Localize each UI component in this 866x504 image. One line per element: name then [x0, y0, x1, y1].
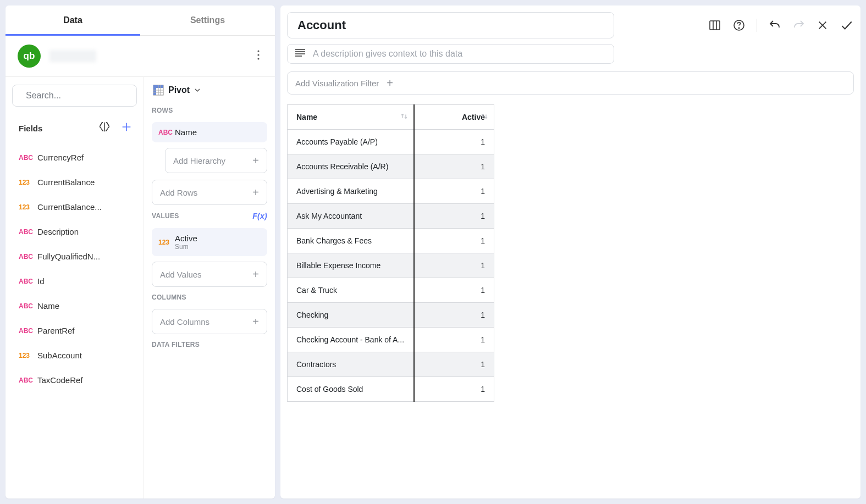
- field-name: FullyQualifiedN...: [37, 252, 100, 261]
- field-name: Name: [37, 301, 59, 311]
- help-button[interactable]: [732, 19, 746, 32]
- add-hierarchy-dropzone[interactable]: Add Hierarchy +: [165, 148, 267, 173]
- row-pill-name[interactable]: ABC Name: [152, 122, 267, 142]
- field-item[interactable]: ABCCurrencyRef: [12, 145, 137, 170]
- section-filters-label: DATA FILTERS: [152, 341, 267, 348]
- table-row[interactable]: Checking Account - Bank of A...1: [288, 328, 494, 352]
- add-columns-dropzone[interactable]: Add Columns +: [152, 309, 267, 334]
- field-name: TaxCodeRef: [37, 375, 83, 385]
- column-header-active[interactable]: Active: [414, 105, 494, 130]
- table-row[interactable]: Accounts Payable (A/P)1: [288, 130, 494, 154]
- field-name: ParentRef: [37, 326, 75, 335]
- field-item[interactable]: ABCParentRef: [12, 318, 137, 343]
- field-item[interactable]: ABCId: [12, 269, 137, 293]
- value-pill-active[interactable]: 123 Active Sum: [152, 228, 267, 256]
- cell-name: Checking Account - Bank of A...: [288, 328, 414, 352]
- sort-icon[interactable]: [400, 113, 408, 122]
- table-row[interactable]: Contractors1: [288, 352, 494, 377]
- description-input[interactable]: [313, 49, 606, 59]
- table-row[interactable]: Ask My Accountant1: [288, 204, 494, 229]
- field-name: SubAccount: [37, 351, 82, 360]
- ai-fields-button[interactable]: [96, 119, 113, 137]
- plus-icon: +: [252, 187, 259, 198]
- column-header-name-label: Name: [296, 113, 317, 121]
- quickbooks-icon: qb: [18, 45, 41, 68]
- close-button[interactable]: [817, 19, 829, 31]
- brain-icon: [98, 121, 111, 133]
- type-badge: ABC: [19, 278, 35, 285]
- viz-type-label: Pivot: [168, 85, 190, 95]
- type-badge: ABC: [19, 376, 35, 384]
- cell-name: Billable Expense Income: [288, 253, 414, 278]
- field-list: ABCCurrencyRef123CurrentBalance123Curren…: [12, 145, 137, 499]
- tab-data[interactable]: Data: [5, 5, 140, 35]
- field-name: CurrentBalance: [37, 178, 95, 187]
- plus-icon: [120, 121, 133, 133]
- table-row[interactable]: Cost of Goods Sold1: [288, 377, 494, 402]
- fx-button[interactable]: F(x): [252, 212, 267, 220]
- search-input[interactable]: [26, 91, 136, 101]
- sort-icon[interactable]: [481, 113, 488, 122]
- cell-active: 1: [414, 328, 494, 352]
- field-name: CurrentBalance...: [37, 202, 102, 212]
- column-header-name[interactable]: Name: [288, 105, 414, 130]
- table-row[interactable]: Advertising & Marketing1: [288, 179, 494, 204]
- section-rows-label: ROWS: [152, 107, 267, 114]
- field-name: CurrencyRef: [37, 153, 84, 162]
- close-icon: [817, 19, 829, 31]
- field-item[interactable]: ABCDescription: [12, 219, 137, 244]
- add-hierarchy-label: Add Hierarchy: [173, 156, 225, 165]
- connector-row: qb: [5, 36, 275, 77]
- table-row[interactable]: Billable Expense Income1: [288, 253, 494, 278]
- search-box[interactable]: [12, 85, 137, 107]
- cell-active: 1: [414, 303, 494, 328]
- cell-name: Contractors: [288, 352, 414, 377]
- toolbar: [708, 18, 854, 32]
- cell-active: 1: [414, 179, 494, 204]
- lines-icon: [295, 49, 305, 57]
- table-row[interactable]: Checking1: [288, 303, 494, 328]
- add-field-button[interactable]: [118, 119, 135, 137]
- add-values-dropzone[interactable]: Add Values +: [152, 262, 267, 287]
- field-item[interactable]: 123SubAccount: [12, 343, 137, 368]
- redo-button[interactable]: [792, 19, 806, 32]
- add-rows-dropzone[interactable]: Add Rows +: [152, 180, 267, 205]
- connector-menu-button[interactable]: [254, 47, 263, 65]
- field-item[interactable]: ABCFullyQualifiedN...: [12, 244, 137, 269]
- field-item[interactable]: ABCTaxCodeRef: [12, 368, 137, 392]
- type-badge: 123: [19, 203, 35, 211]
- columns-button[interactable]: [708, 19, 721, 32]
- pivot-icon: [153, 85, 164, 96]
- plus-icon: +: [252, 155, 259, 166]
- field-item[interactable]: 123CurrentBalance: [12, 170, 137, 195]
- chevron-down-icon: [194, 87, 201, 93]
- toolbar-divider: [757, 19, 757, 32]
- type-badge-123: 123: [158, 239, 175, 246]
- field-item[interactable]: ABCName: [12, 293, 137, 318]
- undo-button[interactable]: [768, 19, 781, 32]
- value-pill-label: Active: [175, 234, 197, 243]
- cell-active: 1: [414, 204, 494, 229]
- cell-active: 1: [414, 278, 494, 303]
- visualization-title[interactable]: Account: [287, 12, 614, 38]
- viz-type-selector[interactable]: Pivot: [152, 85, 267, 96]
- confirm-button[interactable]: [840, 18, 854, 32]
- cell-active: 1: [414, 377, 494, 402]
- help-icon: [732, 19, 746, 32]
- table-row[interactable]: Bank Charges & Fees1: [288, 229, 494, 253]
- svg-point-2: [257, 58, 259, 59]
- description-icon: [295, 49, 305, 59]
- field-item[interactable]: 123CurrentBalance...: [12, 195, 137, 219]
- cell-name: Car & Truck: [288, 278, 414, 303]
- svg-point-1: [257, 54, 259, 56]
- add-viz-filter-button[interactable]: Add Visualization Filter +: [287, 71, 854, 95]
- table-row[interactable]: Car & Truck1: [288, 278, 494, 303]
- svg-rect-14: [710, 21, 720, 30]
- table-row[interactable]: Accounts Receivable (A/R)1: [288, 154, 494, 179]
- more-vertical-icon: [257, 50, 260, 60]
- field-name: Id: [37, 276, 45, 286]
- description-box[interactable]: [287, 44, 614, 64]
- tab-settings[interactable]: Settings: [140, 5, 275, 35]
- fields-column: Fields ABCCurrencyRef123CurrentBalance12…: [5, 77, 144, 499]
- type-badge: ABC: [19, 302, 35, 310]
